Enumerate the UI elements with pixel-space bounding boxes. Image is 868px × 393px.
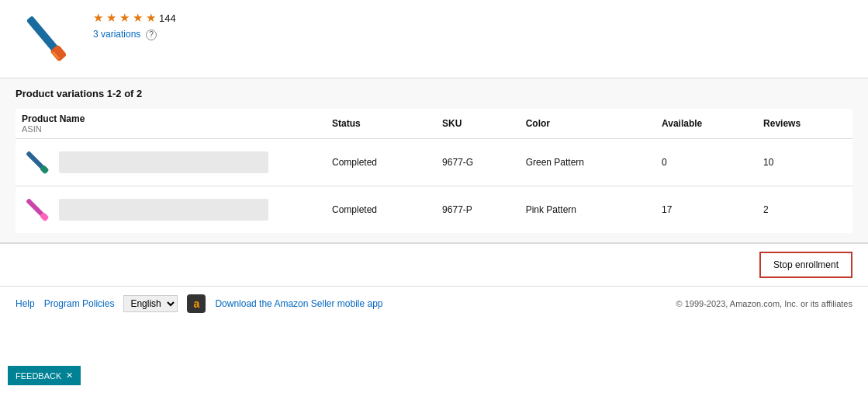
program-policies-link[interactable]: Program Policies	[44, 298, 115, 309]
review-count: 144	[159, 12, 176, 24]
row1-name-cell	[16, 139, 326, 186]
table-header-row: Product Name ASIN Status SKU Color Avail…	[16, 109, 852, 139]
variations-help-icon[interactable]: ?	[146, 30, 157, 40]
col-available: Available	[655, 109, 757, 139]
star-rating: ★ ★ ★ ★ ★ 144	[93, 11, 176, 25]
product-header: ★ ★ ★ ★ ★ 144 3 variations ?	[0, 0, 868, 78]
row2-color: Pink Pattern	[520, 186, 655, 234]
row2-name-placeholder	[59, 199, 268, 221]
variations-link[interactable]: 3 variations	[93, 29, 140, 40]
row2-status: Completed	[326, 186, 436, 234]
amazon-icon: a	[187, 294, 206, 313]
feedback-button[interactable]: FEEDBACK ✕	[8, 366, 81, 385]
col-sku: SKU	[436, 109, 520, 139]
row2-thumbnail	[22, 194, 53, 225]
download-app-link[interactable]: Download the Amazon Seller mobile app	[215, 298, 382, 309]
help-link[interactable]: Help	[16, 298, 35, 309]
svg-rect-5	[26, 198, 44, 217]
row1-available: 0	[655, 139, 757, 186]
variations-section: Product variations 1-2 of 2 Product Name…	[0, 78, 868, 243]
stop-enrollment-button[interactable]: Stop enrollment	[759, 252, 852, 278]
star-3: ★	[119, 11, 130, 25]
row2-available: 17	[655, 186, 757, 234]
col-status: Status	[326, 109, 436, 139]
product-image-container	[8, 8, 85, 70]
language-select[interactable]: English	[123, 295, 178, 312]
svg-rect-3	[26, 151, 44, 169]
product-info: ★ ★ ★ ★ ★ 144 3 variations ?	[93, 8, 176, 40]
row2-sku: 9677-P	[436, 186, 520, 234]
table-row: Completed 9677-G Green Pattern 0 10	[16, 139, 852, 186]
star-1: ★	[93, 11, 103, 25]
row1-color: Green Pattern	[520, 139, 655, 186]
row1-sku: 9677-G	[436, 139, 520, 186]
col-color: Color	[520, 109, 655, 139]
row2-thumb-name	[22, 194, 320, 225]
variations-table: Product Name ASIN Status SKU Color Avail…	[16, 109, 852, 233]
feedback-close-icon[interactable]: ✕	[66, 370, 73, 381]
feedback-label: FEEDBACK	[16, 371, 61, 381]
variations-title: Product variations 1-2 of 2	[16, 88, 852, 99]
stop-enrollment-bar: Stop enrollment	[0, 243, 868, 286]
table-row: Completed 9677-P Pink Pattern 17 2	[16, 186, 852, 234]
variations-row: 3 variations ?	[93, 28, 176, 40]
star-2: ★	[106, 11, 116, 25]
row1-thumb-name	[22, 147, 320, 178]
row1-thumbnail	[22, 147, 53, 178]
col-reviews: Reviews	[757, 109, 852, 139]
star-4: ★	[133, 11, 143, 25]
footer-links: Help Program Policies English a Download…	[16, 294, 383, 313]
product-thumbnail	[16, 8, 78, 70]
col-asin-label: ASIN	[22, 124, 320, 134]
copyright: © 1999-2023, Amazon.com, Inc. or its aff…	[676, 299, 852, 308]
row2-name-cell	[16, 186, 326, 234]
row2-reviews: 2	[757, 186, 852, 234]
col-product-name: Product Name ASIN	[16, 109, 326, 139]
row1-reviews: 10	[757, 139, 852, 186]
footer: Help Program Policies English a Download…	[0, 286, 868, 321]
star-half: ★	[146, 11, 156, 25]
row1-name-placeholder	[59, 151, 268, 173]
row1-status: Completed	[326, 139, 436, 186]
